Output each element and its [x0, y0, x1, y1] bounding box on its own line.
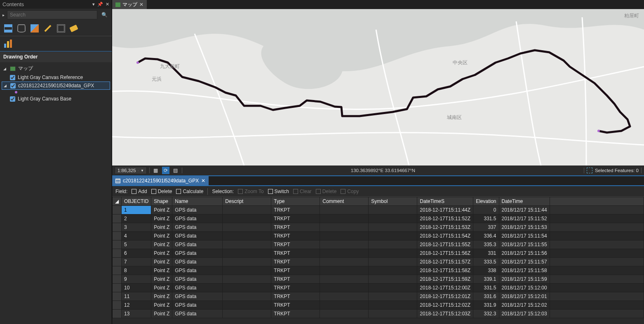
- cell-symbol[interactable]: [369, 206, 417, 214]
- cell-comment[interactable]: [320, 214, 369, 223]
- cell-symbol[interactable]: [369, 310, 417, 318]
- selected-features[interactable]: Selected Features: 0: [587, 168, 642, 173]
- scale-input[interactable]: 1:86,325 · ▼: [115, 167, 147, 174]
- row-selector[interactable]: [113, 266, 122, 275]
- column-header[interactable]: Type: [271, 197, 320, 206]
- cell-datetime[interactable]: 2018/12/17 15:11:54: [499, 232, 550, 240]
- cell-shape[interactable]: Point Z: [151, 284, 172, 292]
- table-tab[interactable]: c20181224215901l5249data_GPX ✕: [112, 176, 209, 185]
- cell-descript[interactable]: [223, 232, 271, 240]
- cell-comment[interactable]: [320, 223, 369, 232]
- cell-symbol[interactable]: [369, 292, 417, 301]
- cell-objectid[interactable]: 10: [122, 284, 151, 292]
- list-by-labeling-icon[interactable]: [69, 25, 78, 32]
- table-row[interactable]: 13Point ZGPS dataTRKPT2018-12-17T15:12:0…: [113, 310, 644, 318]
- cell-shape[interactable]: Point Z: [151, 223, 172, 232]
- column-header[interactable]: DateTime: [499, 197, 550, 206]
- cell-name[interactable]: GPS data: [172, 206, 223, 214]
- column-header[interactable]: Descript: [223, 197, 271, 206]
- table-row[interactable]: 10Point ZGPS dataTRKPT2018-12-17T15:12:0…: [113, 284, 644, 292]
- column-header[interactable]: Shape: [151, 197, 172, 206]
- cell-objectid[interactable]: 12: [122, 301, 151, 310]
- layer-item-base[interactable]: Light Gray Canvas Base: [0, 95, 112, 103]
- table-row[interactable]: 8Point ZGPS dataTRKPT2018-12-17T15:11:58…: [113, 266, 644, 275]
- row-selector[interactable]: [113, 223, 122, 232]
- row-selector[interactable]: [113, 206, 122, 214]
- switch-button[interactable]: Switch: [268, 189, 289, 194]
- cell-datetimes[interactable]: 2018-12-17T15:11:44Z: [417, 206, 473, 214]
- cell-datetimes[interactable]: 2018-12-17T15:11:56Z: [417, 249, 473, 258]
- cell-descript[interactable]: [223, 214, 271, 223]
- row-selector[interactable]: [113, 240, 122, 249]
- cell-shape[interactable]: Point Z: [151, 258, 172, 266]
- cell-descript[interactable]: [223, 223, 271, 232]
- cell-datetimes[interactable]: 2018-12-17T15:11:59Z: [417, 275, 473, 284]
- cell-type[interactable]: TRKPT: [271, 266, 320, 275]
- list-by-drawing-order-icon[interactable]: [4, 24, 12, 33]
- cell-datetimes[interactable]: 2018-12-17T15:11:55Z: [417, 240, 473, 249]
- options-arrow-icon[interactable]: ▾: [92, 2, 95, 7]
- cell-name[interactable]: GPS data: [172, 275, 223, 284]
- cell-elevation[interactable]: 338: [473, 266, 499, 275]
- cell-datetimes[interactable]: 2018-12-17T15:12:02Z: [417, 301, 473, 310]
- cell-comment[interactable]: [320, 266, 369, 275]
- table-row[interactable]: 4Point ZGPS dataTRKPT2018-12-17T15:11:54…: [113, 232, 644, 240]
- cell-symbol[interactable]: [369, 249, 417, 258]
- cell-datetime[interactable]: 2018/12/17 15:12:01: [499, 292, 550, 301]
- list-by-layer-icon[interactable]: [31, 24, 39, 33]
- cell-type[interactable]: TRKPT: [271, 223, 320, 232]
- cell-comment[interactable]: [320, 249, 369, 258]
- cell-symbol[interactable]: [369, 284, 417, 292]
- cell-comment[interactable]: [320, 206, 369, 214]
- cell-objectid[interactable]: 13: [122, 310, 151, 318]
- cell-shape[interactable]: Point Z: [151, 266, 172, 275]
- cell-elevation[interactable]: 331: [473, 249, 499, 258]
- list-by-snapping-icon[interactable]: [57, 24, 65, 33]
- cell-objectid[interactable]: 2: [122, 214, 151, 223]
- row-selector[interactable]: [113, 301, 122, 310]
- cell-comment[interactable]: [320, 258, 369, 266]
- table-row[interactable]: 7Point ZGPS dataTRKPT2018-12-17T15:11:57…: [113, 258, 644, 266]
- cell-elevation[interactable]: 333.5: [473, 258, 499, 266]
- cell-symbol[interactable]: [369, 258, 417, 266]
- row-selector[interactable]: [113, 275, 122, 284]
- cell-type[interactable]: TRKPT: [271, 214, 320, 223]
- table-row[interactable]: 12Point ZGPS dataTRKPT2018-12-17T15:12:0…: [113, 301, 644, 310]
- cell-datetime[interactable]: 2018/12/17 15:11:59: [499, 275, 550, 284]
- row-selector[interactable]: [113, 310, 122, 318]
- cell-shape[interactable]: Point Z: [151, 232, 172, 240]
- cell-datetimes[interactable]: 2018-12-17T15:12:01Z: [417, 292, 473, 301]
- refresh-icon[interactable]: ⟳: [162, 167, 169, 174]
- map-canvas[interactable]: 粕屋町 九大新町 元浜 中央区 城南区: [112, 9, 644, 165]
- chevron-down-icon[interactable]: ▼: [141, 169, 144, 172]
- cell-symbol[interactable]: [369, 214, 417, 223]
- search-input[interactable]: [7, 10, 97, 19]
- cell-elevation[interactable]: 335.3: [473, 240, 499, 249]
- layer-item-gpx[interactable]: ◢ c20181224215901l5249data_GPX: [2, 82, 110, 90]
- cell-name[interactable]: GPS data: [172, 249, 223, 258]
- cell-shape[interactable]: Point Z: [151, 310, 172, 318]
- table-row[interactable]: 3Point ZGPS dataTRKPT2018-12-17T15:11:53…: [113, 223, 644, 232]
- cell-descript[interactable]: [223, 275, 271, 284]
- row-selector[interactable]: [113, 292, 122, 301]
- cell-shape[interactable]: Point Z: [151, 240, 172, 249]
- row-selector[interactable]: [113, 232, 122, 240]
- cell-descript[interactable]: [223, 266, 271, 275]
- cell-name[interactable]: GPS data: [172, 266, 223, 275]
- cell-objectid[interactable]: 9: [122, 275, 151, 284]
- cell-elevation[interactable]: 339.1: [473, 275, 499, 284]
- cell-descript[interactable]: [223, 292, 271, 301]
- cell-elevation[interactable]: 331.9: [473, 301, 499, 310]
- cell-symbol[interactable]: [369, 232, 417, 240]
- cell-name[interactable]: GPS data: [172, 214, 223, 223]
- cell-type[interactable]: TRKPT: [271, 284, 320, 292]
- list-by-chart-icon[interactable]: [4, 40, 12, 48]
- cell-name[interactable]: GPS data: [172, 258, 223, 266]
- cell-datetimes[interactable]: 2018-12-17T15:11:52Z: [417, 214, 473, 223]
- cell-datetime[interactable]: 2018/12/17 15:12:02: [499, 301, 550, 310]
- layer-visibility-checkbox[interactable]: [10, 83, 16, 89]
- column-header[interactable]: Symbol: [369, 197, 417, 206]
- cell-datetime[interactable]: 2018/12/17 15:12:00: [499, 284, 550, 292]
- map-node[interactable]: ◢ マップ: [0, 64, 112, 73]
- delete-field-button[interactable]: Delete: [151, 189, 172, 194]
